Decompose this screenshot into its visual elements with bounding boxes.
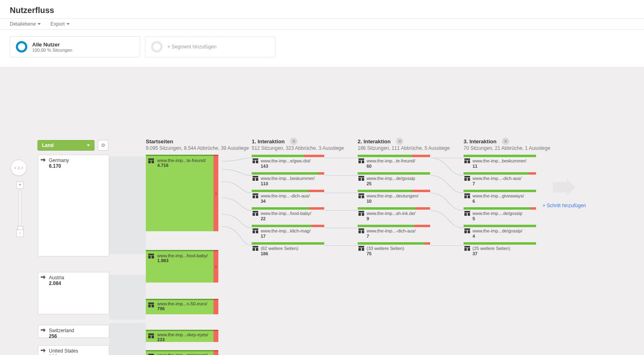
page-title-text: www.the-imp...minierung/ (157, 353, 210, 355)
caret-down-icon (87, 145, 90, 146)
interaction-node[interactable]: www.the-imp...de/gossip25 (358, 172, 431, 190)
page-icon (358, 176, 364, 181)
interaction-node[interactable]: www.the-imp...-dich-aus/34 (252, 190, 325, 207)
node-value: 186 (261, 251, 298, 256)
chevron-left-icon: ‹ (14, 165, 16, 171)
page-icon (253, 158, 258, 163)
detail-level-label: Detailebene (10, 21, 36, 27)
settings-button[interactable]: ⚙ (98, 140, 108, 151)
node-value: 34 (261, 199, 310, 204)
country-value: 256 (49, 333, 106, 339)
page-icon (358, 211, 364, 216)
node-value: 110 (261, 181, 315, 186)
country-value: 6.170 (49, 163, 106, 169)
node-title: www.the-imp...-dich-aus/ (261, 193, 310, 199)
delete-column-i2[interactable]: ✕ (396, 138, 403, 145)
interaction-node[interactable]: www.the-imp...-dich-aus/7 (358, 225, 431, 242)
node-title: www.the-imp...te-freund/ (367, 158, 415, 164)
dimension-select[interactable]: Land (37, 140, 95, 151)
zoom-thumb[interactable] (18, 226, 23, 230)
country-value: 2.084 (49, 280, 106, 286)
node-title: www.the-imp...e/gws-doi/ (261, 158, 310, 164)
page-node[interactable]: www.the-imp...te-freund/ 4.716 ⇩ (146, 155, 218, 231)
page-icon (253, 246, 258, 251)
page-node[interactable]: www.the-imp...okey-eyes/ 233 (146, 330, 218, 342)
country-name: Germany (49, 158, 106, 163)
country-node[interactable]: Austria 2.084 (38, 272, 109, 314)
segment-add[interactable]: + Segment hinzufügen (145, 36, 275, 57)
node-value: 7 (473, 181, 521, 186)
interaction-node[interactable]: www.the-imp...giveaways/6 (464, 190, 537, 207)
column-subtitle: 9.095 Sitzungen, 8.544 Abbrüche, 39 Auss… (146, 145, 249, 151)
arrow-right-icon (41, 328, 46, 333)
flow-ribbon (109, 275, 146, 320)
dropoff-bar: ⇩ (213, 250, 218, 283)
page-icon (148, 333, 154, 338)
interaction-node[interactable]: www.the-imp...te-freund/60 (358, 155, 431, 172)
flow-canvas[interactable]: ‹ ⌂ › + - Land ⚙ Startseiten 9.095 Sitzu… (0, 67, 644, 355)
interaction-node[interactable]: www.the-imp...beskummer/110 (252, 172, 325, 190)
flow-ribbon (109, 156, 146, 254)
node-title: www.the-imp...beskummer/ (473, 158, 527, 164)
interaction-node[interactable]: www.the-imp...deutungen/10 (358, 190, 431, 207)
page-icon (253, 211, 258, 216)
zoom-out-button[interactable]: - (16, 230, 24, 237)
segment-sub: 100,00 % Sitzungen (32, 48, 72, 53)
column-subtitle: 70 Sitzungen, 21 Abbrüche, 1 Ausstiege (464, 145, 550, 151)
node-title: www.the-imp...deutungen/ (367, 193, 418, 199)
interaction-node[interactable]: www.the-imp...e/gws-doi/143 (252, 155, 325, 172)
interaction-node[interactable]: www.the-imp...klich-mag/17 (252, 225, 325, 242)
interaction-node[interactable]: (62 weitere Seiten)186 (252, 242, 325, 260)
node-value: 60 (367, 164, 415, 169)
page-icon (148, 254, 154, 259)
add-step[interactable]: + Schritt hinzufügen (543, 178, 586, 208)
node-value: 25 (367, 181, 415, 186)
page-icon (464, 158, 470, 163)
interaction-node[interactable]: www.the-imp...beskummer/11 (464, 155, 537, 172)
segment-bar: Alle Nutzer 100,00 % Sitzungen + Segment… (0, 30, 644, 67)
dropoff-bar (213, 299, 218, 314)
node-title: www.the-imp....de/gossip (473, 211, 522, 216)
node-title: www.the-imp...food-baby/ (261, 211, 311, 216)
detail-level-menu[interactable]: Detailebene (10, 21, 41, 27)
zoom-track[interactable] (19, 190, 21, 229)
interaction-node[interactable]: www.the-imp....de/gossip5 (464, 207, 537, 225)
page-icon (464, 211, 470, 216)
node-title: www.the-imp...de/gossip/ (473, 228, 522, 234)
node-value: 4 (473, 234, 522, 239)
page-icon (148, 158, 154, 163)
node-title: www.the-imp...-dich-aus/ (473, 176, 521, 181)
interaction-node[interactable]: www.the-imp...sh-ink.de/9 (358, 207, 431, 225)
pan-home-control[interactable]: ‹ ⌂ › (11, 160, 27, 176)
page-value: 233 (157, 337, 210, 342)
page-node[interactable]: www.the-imp...food-baby/ 1.983 ⇩ (146, 250, 218, 283)
page-value: 4.716 (157, 163, 210, 168)
node-value: 22 (261, 216, 311, 221)
dimension-label: Land (42, 142, 54, 148)
interaction-node[interactable]: www.the-imp...food-baby/22 (252, 207, 325, 225)
export-label: Export (51, 21, 65, 27)
delete-column-i3[interactable]: ✕ (502, 138, 509, 145)
page-icon (148, 302, 154, 307)
interaction-node[interactable]: www.the-imp...de/gossip/4 (464, 225, 537, 242)
interaction-node[interactable]: (25 weitere Seiten)37 (464, 242, 537, 260)
page-node[interactable]: www.the-imp...n-50-euro/ 796 (146, 299, 218, 314)
country-node[interactable]: United States 114 (38, 345, 109, 355)
column-title: 2. Interaktion (358, 138, 450, 145)
segment-all-users[interactable]: Alle Nutzer 100,00 % Sitzungen (10, 36, 140, 57)
zoom-control: + - (16, 182, 24, 237)
page-icon (464, 228, 470, 233)
arrow-right-icon (41, 275, 46, 280)
arrow-right-icon (41, 348, 46, 353)
interaction-node[interactable]: www.the-imp...-dich-aus/7 (464, 172, 537, 190)
interaction-node[interactable]: (33 weitere Seiten)75 (358, 242, 431, 260)
country-node[interactable]: Germany 6.170 (38, 155, 109, 256)
export-menu[interactable]: Export (51, 21, 70, 27)
page-node[interactable]: www.the-imp...minierung/ 232 (146, 350, 218, 355)
country-node[interactable]: Switzerland 256 (38, 325, 109, 338)
delete-column-i1[interactable]: ✕ (290, 138, 297, 145)
segment-title: Alle Nutzer (32, 42, 72, 48)
node-title: www.the-imp...klich-mag/ (261, 228, 310, 234)
column-header-i2: 2. Interaktion 186 Sitzungen, 111 Abbrüc… (358, 138, 450, 151)
zoom-in-button[interactable]: + (16, 182, 24, 189)
